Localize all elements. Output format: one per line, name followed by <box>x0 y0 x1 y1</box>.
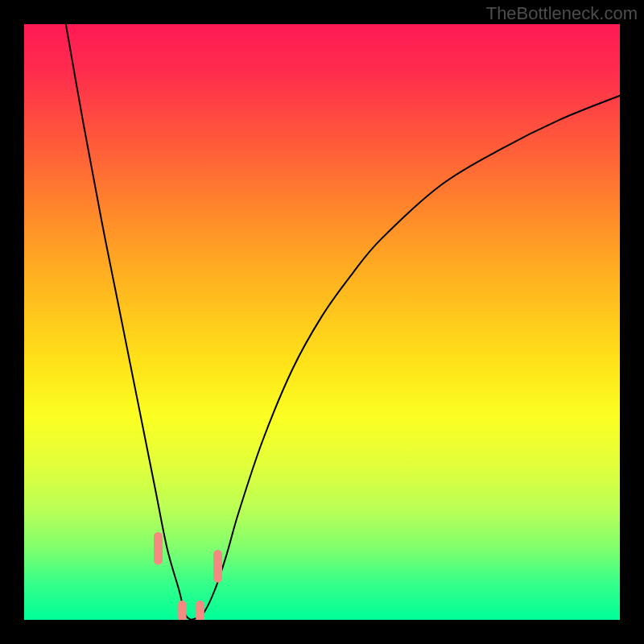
watermark-text: TheBottleneck.com <box>486 3 638 24</box>
chart-frame: TheBottleneck.com <box>0 0 644 644</box>
curve-right-branch <box>191 96 620 620</box>
curve-svg <box>24 24 620 620</box>
curve-left-branch <box>66 24 191 620</box>
plot-area <box>24 24 620 620</box>
